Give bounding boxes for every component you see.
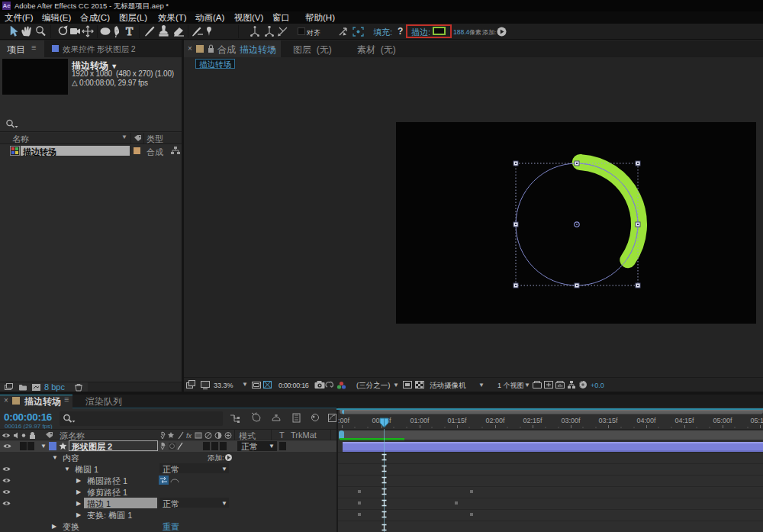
svg-text:02:15f: 02:15f xyxy=(523,417,542,424)
svg-text:05:15f: 05:15f xyxy=(750,417,763,424)
svg-text:0:00f: 0:00f xyxy=(338,417,350,424)
svg-text:fx: fx xyxy=(186,432,192,440)
svg-text:04:00f: 04:00f xyxy=(636,417,656,424)
svg-text:T: T xyxy=(126,25,133,37)
svg-text:01:00f: 01:00f xyxy=(410,417,430,424)
svg-text:03:15f: 03:15f xyxy=(598,417,618,424)
svg-text:05:00f: 05:00f xyxy=(713,417,732,424)
svg-text:04:15f: 04:15f xyxy=(674,417,694,424)
svg-text:01:15f: 01:15f xyxy=(447,417,467,424)
svg-text:03:00f: 03:00f xyxy=(561,417,581,424)
svg-text:02:00f: 02:00f xyxy=(485,417,505,424)
